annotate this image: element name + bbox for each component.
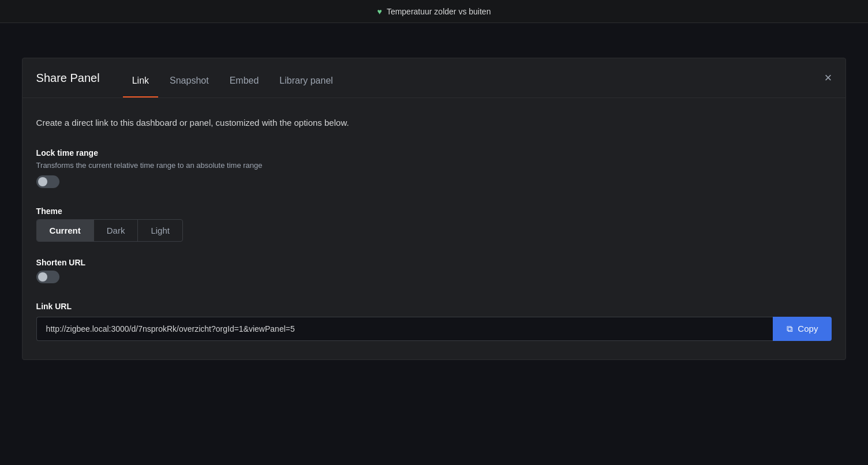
theme-current-button[interactable]: Current <box>37 220 94 241</box>
share-panel-modal: Share Panel Link Snapshot Embed Library … <box>22 58 847 360</box>
lock-time-range-section: Lock time range Transforms the current r… <box>36 148 832 190</box>
link-url-label: Link URL <box>36 302 832 311</box>
link-url-section: Link URL ⧉ Copy <box>36 302 832 341</box>
copy-button[interactable]: ⧉ Copy <box>773 317 832 341</box>
modal-body: Create a direct link to this dashboard o… <box>23 98 846 359</box>
tab-link[interactable]: Link <box>123 70 158 97</box>
theme-section: Theme Current Dark Light <box>36 207 832 242</box>
modal-backdrop: Share Panel Link Snapshot Embed Library … <box>0 23 868 360</box>
shorten-url-toggle[interactable] <box>36 271 59 283</box>
theme-light-button[interactable]: Light <box>138 220 182 241</box>
theme-dark-button[interactable]: Dark <box>94 220 139 241</box>
modal-title: Share Panel <box>36 72 100 96</box>
copy-icon: ⧉ <box>787 324 793 334</box>
copy-button-label: Copy <box>798 324 818 333</box>
lock-time-range-sublabel: Transforms the current relative time ran… <box>36 161 832 170</box>
heart-icon: ♥ <box>377 7 382 16</box>
modal-header: Share Panel Link Snapshot Embed Library … <box>23 58 846 98</box>
tab-library-panel[interactable]: Library panel <box>270 70 342 97</box>
tab-embed[interactable]: Embed <box>220 70 268 97</box>
theme-button-group: Current Dark Light <box>36 219 183 242</box>
tab-snapshot[interactable]: Snapshot <box>160 70 218 97</box>
lock-time-range-toggle[interactable] <box>36 175 59 188</box>
top-bar: ♥ Temperatuur zolder vs buiten <box>0 0 868 23</box>
dashboard-title: ♥ Temperatuur zolder vs buiten <box>377 7 491 16</box>
modal-tabs: Link Snapshot Embed Library panel <box>123 70 342 97</box>
dashboard-title-text: Temperatuur zolder vs buiten <box>387 7 491 16</box>
shorten-url-section: Shorten URL <box>36 258 832 286</box>
shorten-url-label: Shorten URL <box>36 258 832 267</box>
theme-label: Theme <box>36 207 832 216</box>
lock-time-range-label: Lock time range <box>36 148 832 158</box>
link-url-input[interactable] <box>36 317 773 341</box>
description-text: Create a direct link to this dashboard o… <box>36 117 832 130</box>
close-button[interactable]: × <box>825 72 832 96</box>
url-row: ⧉ Copy <box>36 317 832 341</box>
